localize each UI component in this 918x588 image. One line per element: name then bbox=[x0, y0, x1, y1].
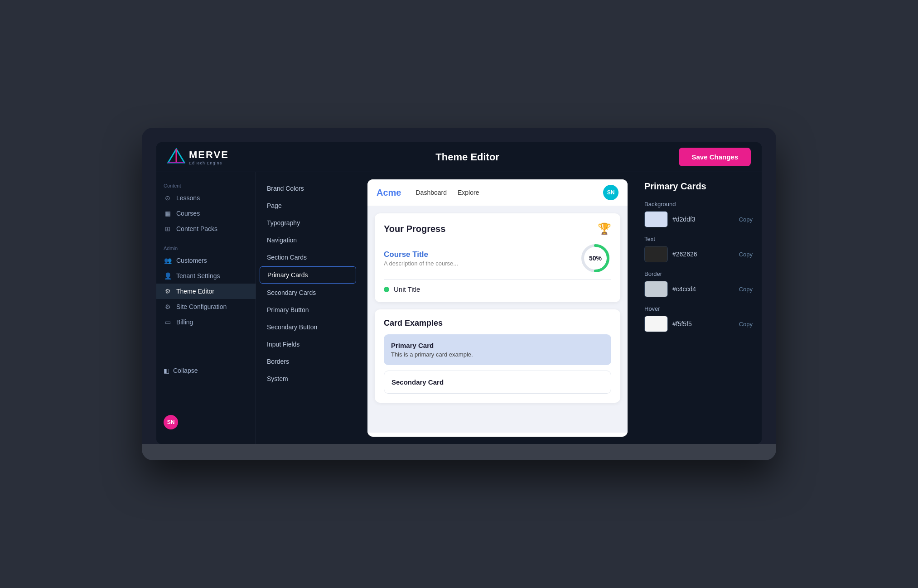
collapse-icon: ◧ bbox=[164, 367, 169, 374]
menu-primary-cards[interactable]: Primary Cards bbox=[260, 266, 356, 284]
sidebar-avatar-area: SN bbox=[156, 408, 256, 437]
copy-button-border[interactable]: Copy bbox=[739, 286, 753, 293]
color-section-border: Border #c4ccd4 Copy bbox=[644, 270, 753, 297]
secondary-card-example: Secondary Card bbox=[384, 371, 611, 394]
color-hex-hover: #f5f5f5 bbox=[672, 320, 734, 328]
preview-nav-dashboard[interactable]: Dashboard bbox=[416, 189, 447, 196]
content-section-label: Content bbox=[156, 179, 256, 190]
menu-section-cards[interactable]: Section Cards bbox=[260, 249, 356, 265]
preview-body: Your Progress 🏆 Course Title A descripti… bbox=[367, 206, 628, 433]
merve-logo-icon bbox=[167, 148, 185, 166]
preview-nav: Acme Dashboard Explore SN bbox=[367, 179, 628, 206]
customers-icon: 👥 bbox=[164, 257, 172, 264]
copy-button-hover[interactable]: Copy bbox=[739, 321, 753, 328]
logo-text: MERVE EdTech Engine bbox=[189, 149, 229, 165]
courses-icon: ▦ bbox=[164, 210, 172, 217]
sidebar-item-lessons[interactable]: ⊙ Lessons bbox=[156, 190, 256, 206]
progress-title: Your Progress bbox=[384, 224, 445, 234]
color-swatch-background[interactable] bbox=[644, 211, 668, 227]
content-packs-icon: ⊞ bbox=[164, 225, 172, 232]
copy-button-background[interactable]: Copy bbox=[739, 216, 753, 223]
color-row-background: #d2ddf3 Copy bbox=[644, 211, 753, 227]
divider bbox=[384, 280, 611, 280]
right-panel-title: Primary Cards bbox=[644, 181, 753, 192]
menu-brand-colors[interactable]: Brand Colors bbox=[260, 180, 356, 197]
primary-card-desc: This is a primary card example. bbox=[391, 351, 604, 358]
menu-secondary-button[interactable]: Secondary Button bbox=[260, 319, 356, 335]
menu-primary-button[interactable]: Primary Button bbox=[260, 302, 356, 318]
main-content: Content ⊙ Lessons ▦ Courses ⊞ Content Pa… bbox=[156, 172, 762, 444]
theme-menu: Brand Colors Page Typography Navigation … bbox=[256, 172, 360, 444]
sidebar-label-tenant: Tenant Settings bbox=[176, 272, 220, 280]
page-title: Theme Editor bbox=[435, 151, 499, 163]
primary-card-example: Primary Card This is a primary card exam… bbox=[384, 334, 611, 365]
menu-page[interactable]: Page bbox=[260, 198, 356, 214]
color-row-hover: #f5f5f5 Copy bbox=[644, 316, 753, 332]
color-hex-border: #c4ccd4 bbox=[672, 285, 734, 293]
menu-typography[interactable]: Typography bbox=[260, 215, 356, 231]
sidebar-item-billing[interactable]: ▭ Billing bbox=[156, 314, 256, 330]
progress-header: Your Progress 🏆 bbox=[384, 222, 611, 235]
color-label-border: Border bbox=[644, 270, 753, 277]
sidebar-label-courses: Courses bbox=[176, 210, 200, 217]
sidebar-item-theme-editor[interactable]: ⚙ Theme Editor bbox=[156, 284, 256, 299]
menu-system[interactable]: System bbox=[260, 371, 356, 387]
card-examples-title: Card Examples bbox=[384, 318, 611, 328]
card-examples-section: Card Examples Primary Card This is a pri… bbox=[375, 309, 620, 403]
trophy-icon: 🏆 bbox=[598, 222, 611, 235]
sidebar-label-customers: Customers bbox=[176, 257, 207, 264]
menu-input-fields[interactable]: Input Fields bbox=[260, 336, 356, 352]
sidebar-label-billing: Billing bbox=[176, 318, 193, 326]
preview-browser: Acme Dashboard Explore SN Your Progress … bbox=[367, 179, 628, 437]
preview-nav-explore[interactable]: Explore bbox=[458, 189, 479, 196]
sidebar-item-site-config[interactable]: ⚙ Site Configuration bbox=[156, 299, 256, 314]
color-label-background: Background bbox=[644, 201, 753, 207]
color-section-text: Text #262626 Copy bbox=[644, 236, 753, 262]
preview-area: Acme Dashboard Explore SN Your Progress … bbox=[360, 172, 635, 444]
color-row-text: #262626 Copy bbox=[644, 246, 753, 262]
sidebar-item-customers[interactable]: 👥 Customers bbox=[156, 253, 256, 268]
preview-brand: Acme bbox=[377, 188, 401, 198]
secondary-card-label: Secondary Card bbox=[391, 378, 604, 386]
laptop-frame: MERVE EdTech Engine Theme Editor Save Ch… bbox=[142, 128, 776, 460]
sidebar-item-tenant-settings[interactable]: 👤 Tenant Settings bbox=[156, 268, 256, 284]
sidebar-item-courses[interactable]: ▦ Courses bbox=[156, 206, 256, 221]
keyboard bbox=[142, 444, 776, 460]
lessons-icon: ⊙ bbox=[164, 194, 172, 202]
copy-button-text[interactable]: Copy bbox=[739, 251, 753, 258]
right-panel: Primary Cards Background #d2ddf3 Copy Te… bbox=[635, 172, 762, 444]
save-button[interactable]: Save Changes bbox=[679, 148, 751, 166]
primary-card-label: Primary Card bbox=[391, 342, 604, 349]
unit-row: Unit Title bbox=[384, 285, 611, 293]
unit-title: Unit Title bbox=[394, 285, 420, 293]
menu-navigation[interactable]: Navigation bbox=[260, 232, 356, 248]
color-section-background: Background #d2ddf3 Copy bbox=[644, 201, 753, 227]
sidebar-label-site-config: Site Configuration bbox=[176, 303, 227, 310]
course-row: Course Title A description of the course… bbox=[384, 242, 611, 274]
sidebar-label-lessons: Lessons bbox=[176, 194, 200, 202]
menu-secondary-cards[interactable]: Secondary Cards bbox=[260, 284, 356, 301]
color-section-hover: Hover #f5f5f5 Copy bbox=[644, 305, 753, 332]
color-swatch-text[interactable] bbox=[644, 246, 668, 262]
progress-percent: 50% bbox=[589, 255, 602, 262]
logo-subtitle: EdTech Engine bbox=[189, 161, 229, 165]
avatar: SN bbox=[164, 415, 178, 429]
color-swatch-hover[interactable] bbox=[644, 316, 668, 332]
sidebar-collapse[interactable]: ◧ Collapse bbox=[156, 360, 256, 378]
course-desc: A description of the course... bbox=[384, 260, 458, 267]
preview-nav-avatar: SN bbox=[603, 185, 618, 200]
logo-title: MERVE bbox=[189, 149, 229, 161]
color-swatch-border[interactable] bbox=[644, 281, 668, 297]
menu-borders[interactable]: Borders bbox=[260, 353, 356, 370]
course-title[interactable]: Course Title bbox=[384, 250, 458, 259]
top-bar: MERVE EdTech Engine Theme Editor Save Ch… bbox=[156, 142, 762, 172]
admin-section-label: Admin bbox=[156, 242, 256, 253]
screen: MERVE EdTech Engine Theme Editor Save Ch… bbox=[156, 142, 762, 444]
logo-area: MERVE EdTech Engine bbox=[167, 148, 229, 166]
unit-dot bbox=[384, 287, 389, 292]
site-config-icon: ⚙ bbox=[164, 303, 172, 310]
progress-card: Your Progress 🏆 Course Title A descripti… bbox=[375, 213, 620, 302]
theme-editor-icon: ⚙ bbox=[164, 288, 172, 295]
sidebar-label-theme-editor: Theme Editor bbox=[176, 288, 214, 295]
sidebar-item-content-packs[interactable]: ⊞ Content Packs bbox=[156, 221, 256, 236]
